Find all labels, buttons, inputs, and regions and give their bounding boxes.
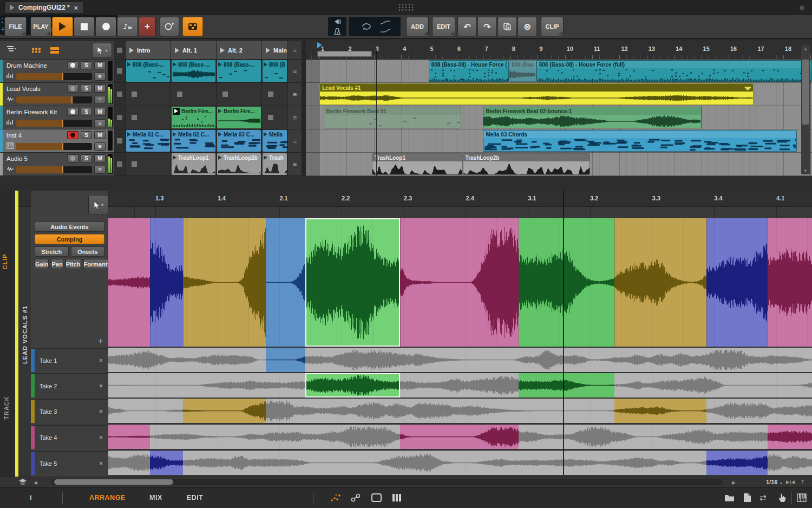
clip-slot[interactable]: 808 (Bass-... [171,60,217,83]
comp-segment[interactable] [400,218,519,347]
scene-row-menu[interactable]: ≡ [288,60,302,83]
take-header[interactable]: Take 1× [31,348,108,372]
file-menu-button[interactable]: FILE [4,17,27,36]
clip-slot[interactable] [126,83,171,106]
take-region[interactable] [183,399,266,423]
volume-fader[interactable] [16,143,92,150]
scene-row-menu[interactable]: ≡ [288,153,302,176]
scene-row-menu[interactable]: ≡ [288,83,302,106]
editor-pointer-tool-button[interactable]: ▾ [88,195,108,215]
solo-button[interactable]: S [81,154,92,162]
hand-icon[interactable] [778,493,787,505]
launcher-clip[interactable]: TrashLoop2b [217,153,261,175]
file-icon[interactable] [743,493,751,505]
volume-fader[interactable] [16,166,92,173]
launcher-clip[interactable]: Berlin Fire... [217,107,261,128]
ed-scroll-left-icon[interactable]: ◀ [34,480,37,485]
take-header[interactable]: Take 5× [31,451,108,475]
scene-row-menu[interactable]: ≡ [288,106,302,129]
scene-menu-header[interactable]: ≡ [288,41,302,60]
play-start-marker[interactable] [317,42,322,48]
arranger-bars-icon[interactable] [50,47,59,54]
mute-button[interactable]: M [94,108,106,116]
track-display-mode-icon[interactable] [6,45,17,55]
launcher-clip[interactable]: Berlin Fire... [172,107,215,128]
stop-clip-button[interactable] [114,60,126,83]
track-menu-button[interactable]: ≡ [94,166,106,174]
clip-slot[interactable]: 808 (Bass-... [217,60,262,83]
mute-button[interactable]: M [94,84,106,93]
undo-button[interactable]: ↶ [457,17,477,36]
tab-clip[interactable]: CLIP [2,253,8,269]
arranger-ruler[interactable]: 123456789101112131415161718 [306,41,812,60]
launcher-clip[interactable]: Mella 02 C... [172,130,215,152]
launcher-clip[interactable]: TrashLoop1 [172,153,215,175]
piano-icon[interactable] [797,493,807,504]
editor-playhead[interactable] [563,191,564,475]
delete-take-button[interactable]: × [99,382,108,390]
clip-slot[interactable] [262,83,288,106]
panel-button-onsets[interactable]: Onsets [71,246,105,257]
loop-region-bar[interactable] [317,51,372,57]
arranger-playhead[interactable] [376,50,377,176]
clip-slot[interactable]: Berlin Fire... [171,106,217,129]
stop-clip-button[interactable] [114,129,126,153]
play-menu-button[interactable]: PLAY [30,17,51,36]
take-header[interactable]: Take 2× [31,373,108,398]
scrollbar-thumb[interactable] [54,479,173,485]
stop-clip-button[interactable] [114,106,126,129]
take-region[interactable] [519,373,614,398]
view-tab-edit[interactable]: EDIT [187,494,203,502]
editor-hscrollbar[interactable] [51,479,723,485]
arranger-clip[interactable]: Berlin Firework Beat 01 [324,107,462,128]
pointer-tool-button[interactable]: ▾ [92,43,112,58]
edit-button[interactable]: EDIT [432,17,455,36]
play-button[interactable] [52,17,73,36]
launcher-clip[interactable]: Trash [263,153,287,175]
launcher-clip[interactable]: Mella 01 C... [126,130,170,152]
take-region[interactable] [150,451,183,475]
tab-track[interactable]: TRACK [3,396,10,420]
clip-slot[interactable]: TrashLoop1 [171,153,217,176]
track-menu-button[interactable]: ≡ [94,142,106,151]
scene-header[interactable]: Alt. 1 [171,41,217,60]
clip-slot[interactable] [126,106,171,129]
arranger-vscrollbar[interactable]: ▲▼ [801,45,810,174]
delete-take-button[interactable]: × [99,460,108,467]
project-tab[interactable]: CompingGUI22 * × [4,2,84,14]
record-arm-button[interactable] [67,108,78,116]
arranger-clip[interactable]: TrashLoop1 [372,153,462,175]
clip-slot[interactable] [171,83,217,106]
clip-slot[interactable]: Mella 02 C... [171,129,217,153]
arranger-track-lane[interactable]: TrashLoop1TrashLoop2b [306,153,812,176]
track-row[interactable]: Inst 4SM≡ [0,129,114,153]
scene-row-menu[interactable]: ≡ [288,129,302,153]
launcher-clip[interactable]: 808 (Bass-... [172,60,215,82]
track-row[interactable]: Lead VocalsSM≡ [0,83,114,106]
take-header[interactable]: Take 4× [31,425,108,449]
clip-slot[interactable] [262,106,288,129]
editor-snap-value[interactable]: 1/16 ▲ [766,479,783,485]
take-region[interactable] [614,399,706,423]
solo-button[interactable]: S [81,108,92,116]
mute-button[interactable]: M [94,131,106,139]
redo-button[interactable]: ↷ [477,17,497,36]
panel-button-gain[interactable]: Gain [35,259,49,269]
editor-ruler[interactable]: 1.31.42.12.22.32.43.13.23.33.44.1 [18,191,812,207]
solo-button[interactable]: S [81,84,92,93]
take-region[interactable] [768,425,812,449]
delete-button[interactable]: ⊗ [518,17,537,36]
add-lane-button[interactable]: + [98,336,103,347]
launcher-grid-icon[interactable] [31,48,41,53]
comp-segment[interactable] [266,218,305,347]
panel-button-formant[interactable]: Formant [83,259,108,269]
solo-button[interactable]: S [81,131,92,139]
arranger-clip[interactable]: 808 (Bas [509,60,536,82]
panel-columns-icon[interactable] [392,493,402,504]
panel-button-pan[interactable]: Pan [51,259,63,269]
duplicate-button[interactable] [497,17,517,36]
comp-segment[interactable] [305,218,400,347]
panel-button-stretch[interactable]: Stretch [35,246,69,257]
fade-handle-icon[interactable]: ◥◤ [744,86,752,91]
folder-icon[interactable] [724,493,735,504]
